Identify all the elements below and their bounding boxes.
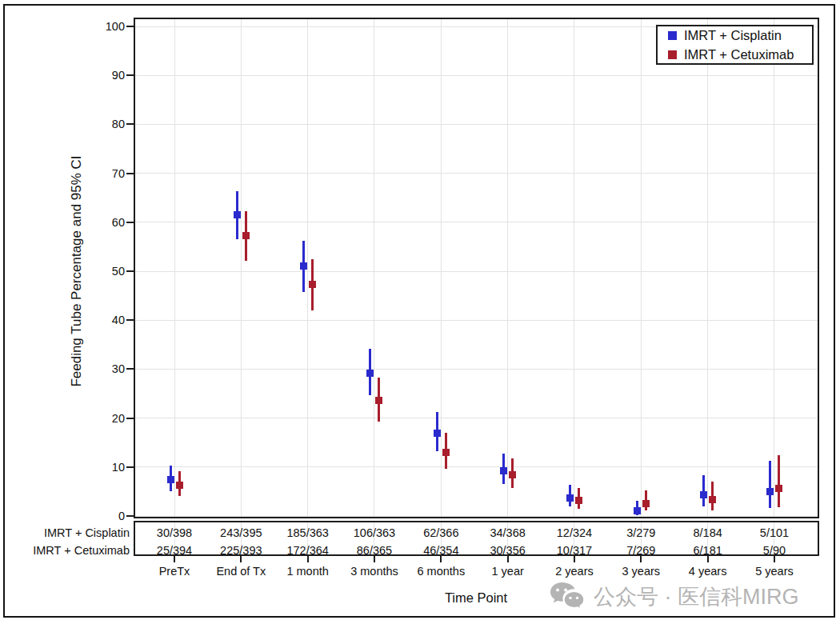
y-tick-label: 90 [88,69,125,82]
legend-item: IMRT + Cetuximab [668,46,812,63]
x-tick-mark [174,556,175,562]
data-point-marker [575,497,582,504]
data-point-marker [375,397,382,404]
data-point-marker [309,281,316,288]
x-tick-label: 6 months [405,565,477,578]
count-cell: 86/365 [341,544,408,557]
count-cell: 62/366 [407,526,474,539]
count-cell: 3/279 [607,526,674,539]
x-tick-label: 4 years [672,565,744,578]
data-point-marker [167,476,174,483]
count-cell: 25/394 [141,544,208,557]
data-point-marker [442,449,450,456]
data-point-marker [300,262,307,270]
counts-row-label: IMRT + Cetuximab [10,544,130,557]
x-tick-mark [640,556,642,562]
counts-row-label: IMRT + Cisplatin [10,526,130,539]
y-tick-label: 40 [88,314,125,326]
count-cell: 185/363 [274,526,342,539]
data-point-marker [176,482,183,489]
y-tick-mark [126,173,134,174]
count-cell: 172/364 [274,544,342,557]
ci-whisker [778,455,780,507]
x-tick-label: 3 years [605,565,677,578]
x-tick-mark [307,556,309,562]
y-tick-label: 50 [88,265,125,278]
y-tick-mark [126,26,134,27]
x-tick-label: 1 month [272,565,344,578]
x-tick-mark [774,556,775,562]
count-cell: 30/356 [474,544,542,557]
legend-swatch [668,31,677,40]
x-tick-label: 5 years [738,565,810,578]
watermark: 公众号 · 医信科MIRG [549,579,799,614]
y-tick-mark [126,74,134,76]
wechat-icon [549,581,586,613]
count-cell: 106/363 [341,526,408,539]
ci-whisker [769,461,771,508]
legend-label: IMRT + Cisplatin [684,28,782,43]
data-point-marker [634,507,641,514]
y-tick-mark [126,270,134,272]
count-cell: 30/398 [141,526,208,539]
legend: IMRT + CisplatinIMRT + Cetuximab [656,25,814,65]
x-axis-title: Time Point [396,590,556,606]
data-point-marker [234,211,241,218]
count-cell: 10/317 [541,544,608,557]
y-tick-label: 0 [88,510,125,522]
x-tick-label: 3 months [338,565,410,578]
x-tick-label: PreTx [138,565,210,578]
y-tick-mark [126,515,134,517]
count-cell: 46/354 [407,544,474,557]
x-tick-mark [507,556,509,562]
y-tick-label: 10 [88,461,125,474]
legend-item: IMRT + Cisplatin [668,26,812,44]
y-tick-label: 60 [88,216,125,229]
data-point-marker [766,488,774,495]
data-point-marker [242,232,250,239]
count-cell: 243/395 [207,526,274,539]
y-tick-mark [126,418,134,419]
y-tick-mark [126,319,134,321]
data-point-marker [366,370,374,377]
y-tick-label: 100 [88,20,125,33]
data-point-marker [700,491,707,498]
x-tick-mark [374,556,375,562]
legend-label: IMRT + Cetuximab [684,47,794,62]
data-point-marker [709,496,716,503]
x-tick-label: 2 years [538,565,610,578]
count-cell: 12/324 [541,526,608,539]
count-cell: 6/181 [674,544,742,557]
y-tick-label: 30 [88,362,125,375]
data-point-marker [500,467,507,474]
count-cell: 34/368 [474,526,542,539]
count-cell: 7/269 [607,544,674,557]
y-tick-mark [126,466,134,468]
y-tick-label: 70 [88,167,125,180]
y-tick-label: 80 [88,118,125,130]
count-cell: 225/393 [207,544,274,557]
x-tick-mark [574,556,575,562]
data-point-marker [434,430,441,437]
watermark-text: 公众号 · 医信科MIRG [594,582,799,611]
count-cell: 5/101 [741,526,808,539]
count-cell: 5/90 [741,544,808,557]
x-tick-mark [240,556,242,562]
data-point-marker [566,494,574,502]
data-point-marker [509,471,516,478]
plot-area [134,18,819,518]
x-tick-mark [707,556,709,562]
y-tick-mark [126,123,134,125]
data-point-marker [775,485,782,492]
y-tick-mark [126,368,134,370]
y-tick-label: 20 [88,412,125,425]
x-tick-mark [440,556,442,562]
legend-swatch [668,50,677,59]
count-cell: 8/184 [674,526,742,539]
y-axis-title: Feeding Tube Percentage and 95% CI [69,111,86,431]
data-point-marker [642,500,650,507]
x-tick-label: 1 year [472,565,544,578]
x-tick-label: End of Tx [205,565,277,578]
figure: Feeding Tube Percentage and 95% CI IMRT … [0,0,840,628]
y-tick-mark [126,222,134,223]
